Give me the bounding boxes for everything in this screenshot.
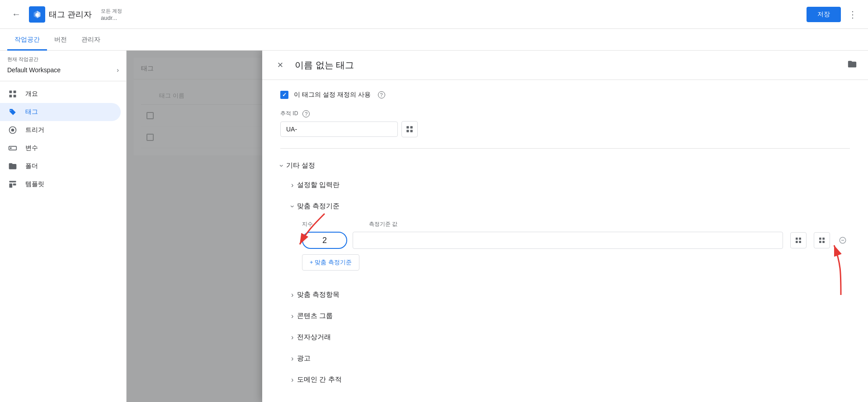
svg-rect-22 — [822, 241, 825, 243]
svg-rect-8 — [9, 181, 16, 182]
sidebar-item-templates-label: 템플릿 — [25, 180, 44, 188]
custom-metrics-content: 지수 측정기준 값 — [291, 220, 850, 278]
app-logo — [29, 6, 45, 23]
app-header: ← 태그 관리자 모든 계정 audr... 저장 ⋮ — [0, 0, 868, 29]
tracking-id-help-icon[interactable]: ? — [302, 110, 310, 117]
svg-rect-7 — [10, 147, 11, 149]
sidebar-item-variables-label: 변수 — [25, 144, 38, 152]
trigger-icon — [7, 126, 18, 135]
svg-rect-17 — [796, 241, 798, 243]
override-help-icon[interactable]: ? — [378, 91, 385, 98]
cross-domain-section: › 도메인 간 추적 — [291, 370, 850, 389]
metric-column-headers: 지수 측정기준 값 — [302, 220, 850, 228]
sidebar-item-templates[interactable]: 템플릿 — [0, 175, 121, 193]
modal-overlay: × 이름 없는 태그 이 태그의 설정 재정의 사용 ? — [127, 51, 868, 402]
advertising-header[interactable]: › 광고 — [291, 349, 850, 368]
workspace-chevron-icon: › — [117, 66, 119, 74]
ecommerce-header[interactable]: › 전자상거래 — [291, 327, 850, 347]
tracking-id-section: 추적 ID ? — [280, 110, 850, 137]
custom-metrics-header[interactable]: › 맞춤 측정기준 — [291, 196, 850, 216]
fields-to-set-header[interactable]: › 설정할 입력란 — [291, 175, 850, 195]
metric-row-container: 2 — [302, 232, 850, 249]
workspace-selector[interactable]: Default Workspace › — [7, 65, 119, 75]
custom-dimensions-header[interactable]: › 맞춤 측정항목 — [291, 285, 850, 304]
fields-to-set-label: 설정할 입력란 — [297, 181, 340, 189]
workspace-section: 현재 작업공간 Default Workspace › — [0, 51, 126, 81]
template-icon — [7, 180, 18, 189]
ecommerce-section: › 전자상거래 — [291, 327, 850, 347]
ecommerce-label: 전자상거래 — [297, 333, 331, 341]
sidebar-item-overview[interactable]: 개요 — [0, 85, 121, 103]
sidebar-item-overview-label: 개요 — [25, 90, 38, 98]
tab-version[interactable]: 버전 — [47, 30, 74, 51]
back-button[interactable]: ← — [7, 5, 25, 23]
divider-1 — [280, 148, 850, 149]
sidebar-item-variables[interactable]: 변수 — [0, 139, 121, 157]
sidebar-item-triggers-label: 트리거 — [25, 126, 44, 134]
svg-rect-15 — [796, 238, 798, 240]
ecommerce-chevron-icon: › — [291, 333, 293, 341]
custom-dimensions-section: › 맞춤 측정항목 — [291, 285, 850, 304]
override-label: 이 태그의 설정 재정의 사용 — [294, 91, 371, 99]
main-layout: 현재 작업공간 Default Workspace › 개요 태그 — [0, 51, 868, 402]
tracking-id-input[interactable] — [280, 122, 398, 137]
override-checkbox[interactable] — [280, 91, 288, 99]
svg-rect-9 — [9, 183, 13, 187]
cross-domain-chevron-icon: › — [291, 376, 293, 384]
app-title: 태그 관리자 — [49, 9, 92, 20]
sidebar-item-triggers[interactable]: 트리거 — [0, 121, 121, 139]
tracking-id-select-button[interactable] — [401, 121, 418, 137]
custom-metrics-chevron-icon: › — [288, 205, 297, 207]
modal-folder-icon[interactable] — [847, 59, 857, 71]
other-settings-section: › 기타 설정 › 설정할 입력란 — [280, 156, 850, 389]
svg-rect-6 — [9, 146, 17, 150]
header-subtitle: audr... — [101, 14, 122, 21]
other-settings-content: › 설정할 입력란 › 맞춤 측정기준 — [280, 175, 850, 389]
metric-value-input[interactable] — [353, 232, 783, 249]
other-settings-label: 기타 설정 — [286, 161, 315, 170]
advertising-chevron-icon: › — [291, 355, 293, 363]
svg-rect-12 — [410, 126, 413, 128]
sidebar-item-folders-label: 폴더 — [25, 162, 38, 170]
workspace-label: 현재 작업공간 — [7, 56, 119, 63]
metric-row-1: 2 — [302, 232, 850, 249]
svg-rect-19 — [819, 238, 821, 240]
cross-domain-header[interactable]: › 도메인 간 추적 — [291, 370, 850, 389]
save-button[interactable]: 저장 — [807, 7, 841, 22]
custom-dimensions-chevron-icon: › — [291, 291, 293, 299]
add-metric-button[interactable]: + 맞춤 측정기준 — [302, 254, 359, 271]
svg-rect-10 — [13, 183, 16, 185]
cross-domain-label: 도메인 간 추적 — [297, 375, 341, 384]
custom-metrics-label: 맞춤 측정기준 — [297, 202, 340, 210]
svg-rect-18 — [799, 241, 801, 243]
advertising-label: 광고 — [297, 354, 311, 363]
other-settings-header[interactable]: › 기타 설정 — [280, 156, 850, 175]
content-groups-header[interactable]: › 콘텐츠 그룹 — [291, 306, 850, 326]
metric-value-select-button[interactable] — [814, 232, 830, 248]
custom-dimensions-label: 맞춤 측정항목 — [297, 290, 340, 299]
modal-header: × 이름 없는 태그 — [262, 51, 868, 80]
svg-rect-2 — [9, 95, 12, 98]
modal-close-button[interactable]: × — [273, 58, 288, 72]
value-column-label: 측정기준 값 — [369, 221, 397, 227]
tab-admin[interactable]: 관리자 — [74, 30, 108, 51]
workspace-name: Default Workspace — [7, 66, 61, 74]
content-groups-chevron-icon: › — [291, 312, 293, 320]
metric-index-select-button[interactable] — [790, 232, 807, 248]
sidebar-item-tags[interactable]: 태그 — [0, 103, 121, 121]
header-actions: 저장 ⋮ — [807, 5, 861, 23]
svg-rect-3 — [14, 95, 16, 98]
sidebar-item-folders[interactable]: 폴더 — [0, 157, 121, 175]
tab-workspace[interactable]: 작업공간 — [7, 30, 47, 51]
sidebar: 현재 작업공간 Default Workspace › 개요 태그 — [0, 51, 127, 402]
custom-metrics-section: › 맞춤 측정기준 지수 — [291, 196, 850, 278]
svg-rect-1 — [14, 91, 16, 93]
tracking-id-label: 추적 ID ? — [280, 110, 850, 117]
remove-metric-button[interactable] — [835, 233, 850, 248]
index-column-label: 지수 — [302, 221, 313, 227]
nav-tabs: 작업공간 버전 관리자 — [0, 29, 868, 51]
more-menu-icon[interactable]: ⋮ — [844, 5, 861, 23]
other-settings-chevron-icon: › — [278, 164, 286, 167]
svg-rect-21 — [819, 241, 821, 243]
metric-index-display: 2 — [302, 232, 347, 249]
